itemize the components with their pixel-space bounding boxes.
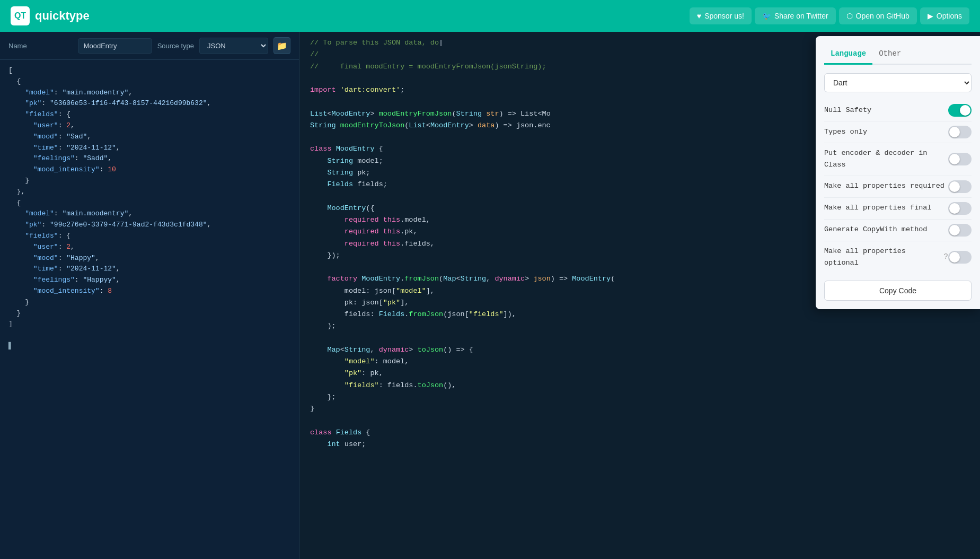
tab-other[interactable]: Other (872, 45, 907, 65)
github-icon: ⬡ (846, 12, 853, 20)
code-line-tj3: "fields": fields.toJson(), (310, 380, 969, 391)
types-only-toggle[interactable] (948, 126, 972, 138)
name-label: Name (8, 42, 73, 50)
code-line-fld1: int user; (310, 439, 969, 450)
github-button[interactable]: ⬡ Open on GitHub (839, 7, 917, 24)
qt-logo-icon: QT (11, 6, 30, 25)
language-select[interactable]: Dart TypeScript Python Swift Kotlin C# G… (824, 73, 972, 92)
options-tabs: Language Other (824, 45, 972, 65)
option-row-encoder-decoder: Put encoder & decoder in Class (824, 143, 972, 176)
twitter-button[interactable]: 🐦 Share on Twitter (755, 7, 836, 24)
source-type-select[interactable]: JSON JSON Schema TypeScript (199, 38, 268, 54)
option-row-final: Make all properties final (824, 198, 972, 220)
left-panel: Name Source type JSON JSON Schema TypeSc… (0, 32, 299, 559)
required-label: Make all properties required (824, 180, 944, 192)
json-editor[interactable]: [ { "model": "main.moodentry", "pk": "63… (0, 60, 299, 559)
encoder-decoder-toggle[interactable] (948, 153, 972, 165)
options-label: Options (937, 12, 962, 20)
option-row-required: Make all properties required (824, 176, 972, 198)
code-line-fm3: fields: Fields.fromJson(json["fields"]), (310, 309, 969, 320)
header: QT quicktype ♥ Sponsor us! 🐦 Share on Tw… (0, 0, 980, 32)
copywith-label: Generate CopyWith method (824, 224, 927, 235)
code-line-tojson: Map<String, dynamic> toJson() => { (310, 344, 969, 356)
language-select-wrapper: Dart TypeScript Python Swift Kotlin C# G… (824, 73, 972, 92)
null-safety-toggle[interactable] (948, 104, 972, 117)
header-left: QT quicktype (11, 6, 90, 25)
copy-code-button[interactable]: Copy Code (824, 281, 972, 301)
final-toggle[interactable] (948, 202, 972, 215)
folder-icon: 📁 (277, 41, 287, 51)
options-icon: ▶ (928, 12, 933, 20)
option-row-null-safety: Null Safety (824, 100, 972, 121)
code-line-tj1: "model": model, (310, 356, 969, 368)
optional-toggle[interactable] (948, 251, 972, 264)
null-safety-label: Null Safety (824, 104, 871, 116)
name-input[interactable] (78, 38, 152, 54)
sponsor-button[interactable]: ♥ Sponsor us! (690, 7, 752, 24)
required-toggle[interactable] (948, 180, 972, 193)
code-line-fend: ); (310, 320, 969, 332)
types-only-label: Types only (824, 126, 867, 138)
code-panel[interactable]: // To parse this JSON data, do // // fin… (299, 32, 980, 559)
logo-text: quicktype (35, 9, 90, 23)
folder-button[interactable]: 📁 (273, 37, 290, 54)
heart-icon: ♥ (697, 12, 701, 20)
code-line-tjend: }; (310, 391, 969, 403)
option-row-types-only: Types only (824, 121, 972, 143)
sponsor-label: Sponsor us! (704, 12, 744, 20)
optional-label: Make all properties optional (824, 246, 941, 269)
twitter-label: Share on Twitter (774, 12, 828, 20)
github-label: Open on GitHub (856, 12, 910, 20)
main-layout: Name Source type JSON JSON Schema TypeSc… (0, 32, 980, 559)
option-row-optional: Make all properties optional ? (824, 241, 972, 274)
options-button[interactable]: ▶ Options (920, 7, 969, 24)
option-row-copywith: Generate CopyWith method (824, 220, 972, 241)
tab-language[interactable]: Language (824, 45, 872, 65)
left-panel-header: Name Source type JSON JSON Schema TypeSc… (0, 32, 299, 60)
copywith-toggle[interactable] (948, 224, 972, 237)
options-panel: Language Other Dart TypeScript Python Sw… (816, 36, 980, 309)
code-line-tj2: "pk": pk, (310, 368, 969, 379)
code-line-class1-end: } (310, 403, 969, 415)
help-icon[interactable]: ? (944, 251, 948, 263)
code-line-class2: class Fields { (310, 427, 969, 439)
encoder-decoder-label: Put encoder & decoder in Class (824, 147, 948, 171)
header-right: ♥ Sponsor us! 🐦 Share on Twitter ⬡ Open … (690, 7, 969, 24)
source-type-label: Source type (157, 42, 194, 50)
final-label: Make all properties final (824, 202, 932, 214)
twitter-icon: 🐦 (762, 12, 771, 20)
